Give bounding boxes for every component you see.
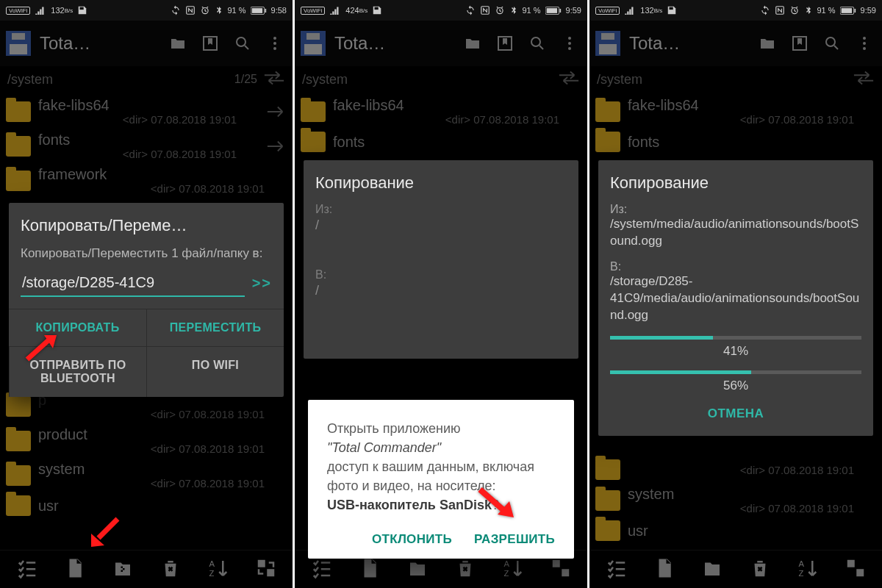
signal-icon <box>329 6 341 15</box>
to-label: В: <box>610 260 861 273</box>
progress-bar-file <box>610 336 861 340</box>
bluetooth-icon <box>509 5 518 15</box>
alarm-icon <box>200 5 210 15</box>
bluetooth-icon <box>804 5 813 15</box>
vowifi-badge: VoWiFi <box>301 7 325 15</box>
from-label: Из: <box>315 203 567 216</box>
progress-bar-total <box>610 370 861 374</box>
sync-icon <box>760 5 770 15</box>
bluetooth-icon <box>215 5 223 15</box>
nfc-icon <box>480 5 490 15</box>
net-speed: 132B/s <box>51 6 73 15</box>
svg-rect-22 <box>546 8 556 13</box>
battery-icon <box>545 7 562 15</box>
nfc-icon <box>185 5 196 15</box>
from-value: / <box>315 218 567 233</box>
battery-text: 91 % <box>817 6 836 15</box>
save-status-icon <box>667 5 677 15</box>
allow-button[interactable]: РАЗРЕШИТЬ <box>474 532 555 547</box>
clock-text: 9:59 <box>566 6 581 15</box>
screenshot-3: VoWiFi 132B/s 91 % 9:59 Tota… /system <box>589 0 882 588</box>
from-label: Из: <box>610 203 861 216</box>
from-value: /system/media/audio/animationsounds/boot… <box>610 216 861 250</box>
send-wifi-button[interactable]: ПО WIFI <box>146 346 284 397</box>
progress-pct-file: 41% <box>610 344 861 359</box>
status-bar: VoWiFi 132B/s 91 % 9:59 <box>589 0 882 21</box>
dialog-subtitle: Копировать/Переместить 1 файл/папку в: <box>21 245 272 262</box>
move-button[interactable]: ПЕРЕМЕСТИТЬ <box>146 309 284 346</box>
to-label: В: <box>315 268 567 282</box>
svg-rect-23 <box>559 8 561 12</box>
vowifi-badge: VoWiFi <box>595 7 620 15</box>
sync-icon <box>465 5 476 15</box>
signal-icon <box>35 6 46 15</box>
vowifi-badge: VoWiFi <box>6 7 30 15</box>
dialog-title: Копирование <box>315 173 567 193</box>
svg-rect-4 <box>251 8 262 13</box>
copy-progress-dialog: Копирование Из: /system/media/audio/anim… <box>598 160 873 436</box>
clock-text: 9:59 <box>861 6 876 15</box>
svg-rect-33 <box>670 7 673 10</box>
svg-rect-37 <box>841 8 851 13</box>
clock-text: 9:58 <box>271 6 287 15</box>
copy-button[interactable]: КОПИРОВАТЬ <box>9 309 146 346</box>
net-speed: 132B/s <box>640 6 662 15</box>
alarm-icon <box>789 5 800 15</box>
copy-move-dialog: Копировать/Переме… Копировать/Переместит… <box>9 203 284 397</box>
cancel-button[interactable]: ОТМЕНА <box>610 393 861 431</box>
save-status-icon <box>77 5 87 15</box>
svg-rect-5 <box>265 8 266 12</box>
save-status-icon <box>372 5 382 15</box>
send-bluetooth-button[interactable]: ОТПРАВИТЬ ПО BLUETOOTH <box>9 346 146 397</box>
status-bar: VoWiFi 132B/s 91 % 9:58 <box>0 0 293 21</box>
svg-rect-18 <box>375 7 379 10</box>
alarm-icon <box>495 5 505 15</box>
battery-icon <box>840 7 856 15</box>
nfc-icon <box>775 5 785 15</box>
permission-message: Открыть приложению "Total Commander" дос… <box>327 419 555 514</box>
deny-button[interactable]: ОТКЛОНИТЬ <box>372 532 452 547</box>
battery-text: 91 % <box>523 6 541 15</box>
dialog-title: Копирование <box>610 173 861 193</box>
dialog-title: Копировать/Переме… <box>21 216 272 235</box>
battery-text: 91 % <box>228 6 246 15</box>
to-value: /storage/D285-41C9/media/audio/animation… <box>610 273 861 324</box>
copying-dialog: Копирование Из: / В: / <box>304 160 578 359</box>
destination-input[interactable] <box>21 270 245 297</box>
to-value: / <box>315 283 567 298</box>
permission-dialog: Открыть приложению "Total Commander" дос… <box>308 400 574 559</box>
sync-icon <box>171 5 181 15</box>
svg-rect-38 <box>854 8 856 12</box>
svg-rect-0 <box>80 7 84 10</box>
screenshot-1: VoWiFi 132B/s 91 % 9:58 Tota… /sys <box>0 0 293 588</box>
screenshot-2: VoWiFi 424B/s 91 % 9:59 Tota… /system <box>295 0 587 588</box>
net-speed: 424B/s <box>345 6 368 15</box>
battery-icon <box>251 7 267 15</box>
status-bar: VoWiFi 424B/s 91 % 9:59 <box>295 0 587 21</box>
signal-icon <box>624 6 636 15</box>
progress-pct-total: 56% <box>610 379 861 393</box>
browse-button[interactable]: >> <box>252 275 272 292</box>
